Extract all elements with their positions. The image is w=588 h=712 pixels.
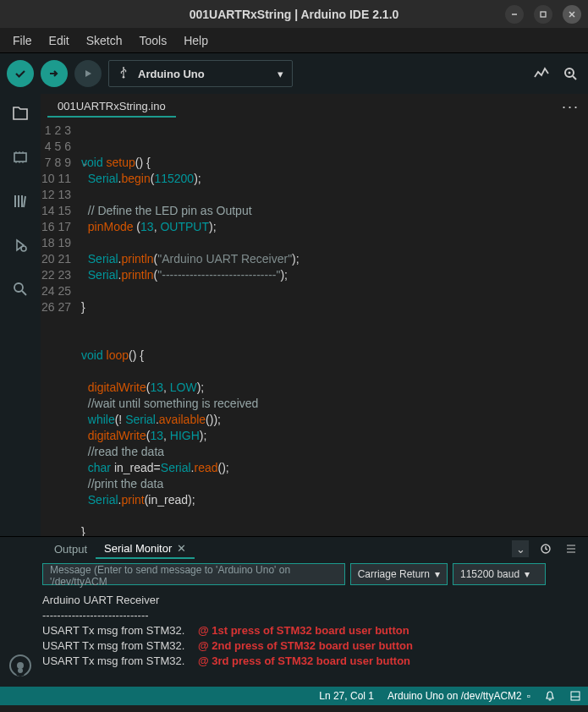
board-label: Arduino Uno bbox=[138, 68, 205, 80]
usb-icon bbox=[118, 67, 129, 81]
svg-line-22 bbox=[22, 291, 26, 295]
tab-output[interactable]: Output bbox=[46, 540, 96, 558]
notifications-icon[interactable] bbox=[544, 690, 556, 702]
debug-icon[interactable] bbox=[9, 234, 31, 256]
window-title: 001UARTRxString | Arduino IDE 2.1.0 bbox=[190, 8, 399, 21]
chevron-down-icon: ▾ bbox=[435, 568, 440, 580]
statusbar: Ln 27, Col 1 Arduino Uno on /dev/ttyACM2… bbox=[0, 687, 588, 705]
baud-select[interactable]: 115200 baud▾ bbox=[453, 563, 546, 585]
board-selector[interactable]: Arduino Uno ▾ bbox=[108, 60, 293, 87]
menu-file[interactable]: File bbox=[5, 31, 40, 50]
close-icon[interactable]: ✕ bbox=[177, 542, 186, 555]
sketchbook-icon[interactable] bbox=[9, 102, 31, 124]
code-editor[interactable]: 1 2 3 4 5 6 7 8 9 10 11 12 13 14 15 16 1… bbox=[41, 119, 588, 536]
editor-column: 001UARTRxString.ino ··· 1 2 3 4 5 6 7 8 … bbox=[41, 94, 588, 536]
library-manager-icon[interactable] bbox=[9, 190, 31, 212]
annotation: @ 2nd press of STM32 board user button bbox=[198, 639, 413, 652]
svg-line-19 bbox=[24, 196, 25, 207]
tab-overflow-icon[interactable]: ··· bbox=[562, 98, 580, 116]
svg-line-8 bbox=[573, 76, 576, 79]
tab-serial-monitor[interactable]: Serial Monitor✕ bbox=[96, 539, 195, 559]
status-board-label: Arduino Uno on /dev/ttyACM2 bbox=[387, 690, 522, 702]
tab-serial-label: Serial Monitor bbox=[104, 542, 172, 555]
baud-label: 115200 baud bbox=[460, 568, 519, 580]
annotation: @ 1st press of STM32 board user button bbox=[198, 624, 409, 637]
titlebar: 001UARTRxString | Arduino IDE 2.1.0 bbox=[0, 0, 588, 28]
minimize-button[interactable] bbox=[505, 5, 524, 24]
menu-sketch[interactable]: Sketch bbox=[79, 31, 130, 50]
close-panel-icon[interactable] bbox=[569, 690, 581, 702]
out-line: USART Tx msg from STM32. bbox=[42, 624, 184, 637]
out-line: ----------------------------- bbox=[42, 609, 149, 622]
close-button[interactable] bbox=[563, 5, 581, 24]
toolbar: Arduino Uno ▾ bbox=[0, 53, 588, 94]
svg-point-20 bbox=[21, 246, 26, 251]
menu-tools[interactable]: Tools bbox=[132, 31, 175, 50]
svg-point-5 bbox=[123, 67, 124, 68]
status-board[interactable]: Arduino Uno on /dev/ttyACM2▫ bbox=[387, 690, 530, 702]
panel-tabs: Output Serial Monitor✕ ⌄ bbox=[0, 537, 588, 561]
bottom-panel: Output Serial Monitor✕ ⌄ Message (Enter … bbox=[0, 536, 588, 687]
line-gutter: 1 2 3 4 5 6 7 8 9 10 11 12 13 14 15 16 1… bbox=[41, 119, 81, 536]
search-icon[interactable] bbox=[9, 278, 31, 300]
maximize-button[interactable] bbox=[534, 5, 552, 24]
svg-rect-9 bbox=[14, 153, 26, 162]
board-manager-icon[interactable] bbox=[9, 146, 31, 168]
chevron-down-icon: ▾ bbox=[278, 68, 283, 80]
profile-icon[interactable] bbox=[9, 654, 31, 676]
svg-point-4 bbox=[123, 75, 125, 78]
expand-down-icon[interactable]: ⌄ bbox=[512, 540, 529, 557]
line-ending-select[interactable]: Carriage Return▾ bbox=[350, 563, 448, 585]
editor-tabbar: 001UARTRxString.ino ··· bbox=[41, 94, 588, 119]
svg-point-21 bbox=[14, 283, 23, 292]
debug-button[interactable] bbox=[74, 60, 102, 87]
lines-icon[interactable] bbox=[563, 540, 580, 557]
upload-button[interactable] bbox=[41, 60, 68, 87]
serial-monitor-icon[interactable] bbox=[559, 63, 581, 85]
line-ending-label: Carriage Return bbox=[358, 568, 430, 580]
main-row: 001UARTRxString.ino ··· 1 2 3 4 5 6 7 8 … bbox=[0, 94, 588, 536]
verify-button[interactable] bbox=[7, 60, 34, 87]
serial-output[interactable]: Arduino UART Receiver ------------------… bbox=[0, 588, 588, 687]
fold-icon[interactable]: ⌄ bbox=[81, 155, 89, 171]
menu-edit[interactable]: Edit bbox=[41, 31, 77, 50]
out-line: USART Tx msg from STM32. bbox=[42, 639, 184, 652]
cursor-position: Ln 27, Col 1 bbox=[319, 690, 374, 702]
clock-icon[interactable] bbox=[537, 540, 554, 557]
activity-bar bbox=[0, 94, 41, 536]
out-line: USART Tx msg from STM32. bbox=[42, 654, 184, 667]
svg-rect-27 bbox=[571, 692, 580, 700]
svg-rect-1 bbox=[541, 12, 546, 17]
out-line: Arduino UART Receiver bbox=[42, 594, 159, 606]
menubar: File Edit Sketch Tools Help bbox=[0, 28, 588, 53]
window-buttons bbox=[505, 5, 581, 24]
svg-point-7 bbox=[569, 72, 571, 74]
serial-input-row: Message (Enter to send message to 'Ardui… bbox=[0, 561, 588, 588]
serial-message-input[interactable]: Message (Enter to send message to 'Ardui… bbox=[42, 563, 345, 585]
serial-plotter-icon[interactable] bbox=[530, 63, 552, 85]
editor-tab[interactable]: 001UARTRxString.ino bbox=[47, 96, 176, 118]
menu-help[interactable]: Help bbox=[176, 31, 216, 50]
annotation: @ 3rd press of STM32 board user button bbox=[198, 654, 410, 667]
code-content: void setup() { Serial.begin(115200); // … bbox=[81, 119, 588, 536]
chevron-down-icon: ▾ bbox=[525, 568, 530, 580]
